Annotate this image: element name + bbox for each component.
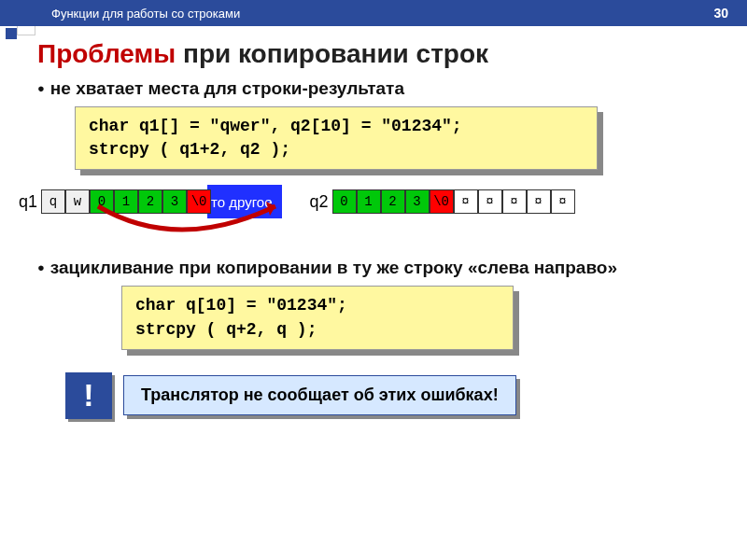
title-rest: при копировании строк [176,39,488,68]
overflow-note: то другое [207,185,281,218]
title-highlight: Проблемы [37,39,176,68]
memory-cell: 2 [138,189,162,214]
code-text-2: char q[10] = "01234"; strcpy ( q+2, q ); [121,286,514,349]
memory-cell: 3 [162,189,187,214]
memory-cell: \0 [430,189,454,214]
q2-array: 0123\0¤¤¤¤¤ [332,189,575,214]
memory-cell: ¤ [502,189,527,214]
code-block-1: char q1[] = "qwer", q2[10] = "01234"; st… [75,106,598,170]
memory-cell: 3 [405,189,430,214]
memory-cell: ¤ [527,189,551,214]
memory-cell: 2 [381,189,405,214]
q1-array: qw0123\0 [41,189,211,214]
memory-cell: 0 [332,189,357,214]
code-block-2: char q[10] = "01234"; strcpy ( q+2, q ); [121,286,514,349]
memory-cell: w [65,189,90,214]
page-number: 30 [713,6,728,21]
q2-label: q2 [310,192,329,212]
memory-cell: ¤ [454,189,478,214]
header-bar: Функции для работы со строками 30 [0,0,747,26]
warning-text: Транслятор не сообщает об этих ошибках! [123,375,516,415]
svg-marker-0 [266,202,275,216]
memory-cell: 0 [90,189,114,214]
memory-cell: ¤ [551,189,575,214]
memory-cell: \0 [187,189,211,214]
memory-cell: ¤ [478,189,502,214]
memory-cell: 1 [357,189,381,214]
slide-title: Проблемы при копировании строк [37,39,747,69]
section-title: Функции для работы со строками [51,7,240,21]
code-text-1: char q1[] = "qwer", q2[10] = "01234"; st… [75,106,598,170]
q1-label: q1 [19,192,37,212]
warning-badge: ! [65,372,112,419]
memory-cell: 1 [114,189,138,214]
memory-diagram: q1 qw0123\0 то другое q2 0123\0¤¤¤¤¤ [19,183,747,220]
bullet-1: не хватает места для строки-результата [37,78,747,99]
bullet-2: зацикливание при копировании в ту же стр… [37,258,635,278]
warning-row: ! Транслятор не сообщает об этих ошибках… [65,372,747,419]
memory-cell: q [41,189,65,214]
